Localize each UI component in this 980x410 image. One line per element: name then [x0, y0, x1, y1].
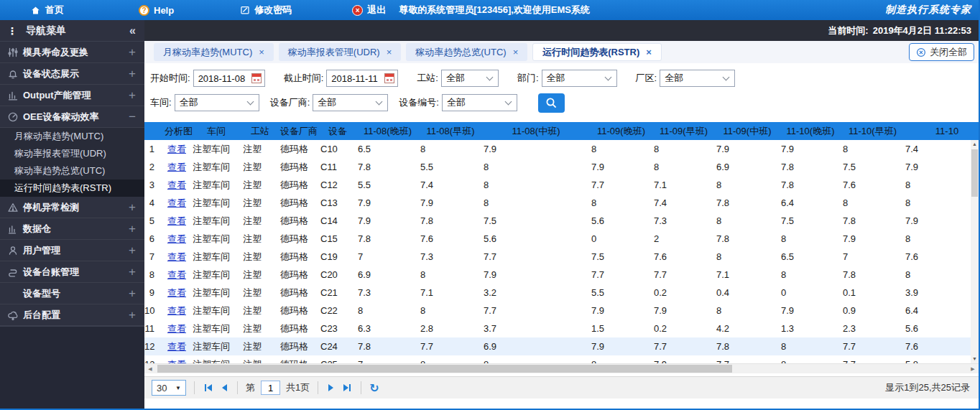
view-link[interactable]: 查看 — [166, 251, 191, 264]
table-row[interactable]: 5查看注塑车间注塑德玛格C147.97.87.55.67.387.57.87.9 — [144, 212, 979, 230]
table-row[interactable]: 8查看注塑车间注塑德玛格C206.987.97.77.77.187.88 — [144, 266, 979, 284]
view-link-text[interactable]: 查看 — [167, 180, 186, 190]
view-link[interactable]: 查看 — [166, 161, 191, 174]
view-link[interactable]: 查看 — [166, 304, 191, 317]
sidebar-item[interactable]: 设备状态展示+ — [0, 63, 144, 85]
view-link[interactable]: 查看 — [166, 269, 191, 281]
table-row[interactable]: 4查看注塑车间注塑德玛格C137.97.9887.47.86.488 — [144, 194, 979, 212]
end-time-input[interactable]: 2018-11-11 — [326, 70, 398, 87]
workshop-select[interactable]: 全部 — [175, 94, 259, 111]
table-row[interactable]: 2查看注塑车间注塑德玛格C117.85.587.986.97.87.57.9 — [144, 158, 979, 176]
factory-select[interactable]: 全部 — [660, 70, 735, 87]
view-link[interactable]: 查看 — [166, 322, 191, 335]
vertical-scroll-thumb[interactable] — [971, 149, 978, 197]
expand-toggle-icon[interactable]: + — [129, 201, 136, 213]
table-row[interactable]: 10查看注塑车间注塑德玛格C22887.77.97.987.90.96.4 — [144, 302, 979, 320]
view-link[interactable]: 查看 — [166, 233, 191, 246]
sidebar-item[interactable]: 设备型号+ — [0, 283, 144, 304]
department-select[interactable]: 全部 — [542, 70, 617, 87]
page-size-select[interactable]: 30 ▼ — [152, 380, 186, 396]
device-no-select[interactable]: 全部 — [442, 94, 517, 111]
tab-item[interactable]: 稼动率报表管理(UDR)× — [279, 43, 401, 61]
sidebar-item[interactable]: 数据仓+ — [0, 218, 144, 240]
next-page-button[interactable] — [326, 384, 336, 391]
sidebar-item[interactable]: 用户管理+ — [0, 240, 144, 261]
tab-close-icon[interactable]: × — [259, 47, 264, 57]
sidebar-item[interactable]: 设备台账管理+ — [0, 261, 144, 283]
home-button[interactable]: 首页 — [30, 4, 64, 17]
view-link[interactable]: 查看 — [166, 197, 191, 210]
tab-item[interactable]: 稼动率趋势总览(UTC)× — [406, 43, 527, 61]
expand-toggle-icon[interactable]: + — [129, 223, 136, 235]
view-link-text[interactable]: 查看 — [167, 287, 186, 298]
view-link-text[interactable]: 查看 — [167, 197, 186, 208]
expand-toggle-icon[interactable]: + — [129, 89, 136, 101]
expand-toggle-icon[interactable]: + — [129, 244, 136, 256]
table-row[interactable]: 7查看注塑车间注塑德玛格C1977.37.77.57.686.577.6 — [144, 248, 979, 266]
expand-toggle-icon[interactable]: + — [129, 46, 136, 58]
sidebar-item[interactable]: Output产能管理+ — [0, 85, 144, 106]
collapse-toggle-icon[interactable]: − — [129, 111, 136, 123]
table-row[interactable]: 6查看注塑车间注塑德玛格C157.87.65.6027.887.98 — [144, 230, 979, 248]
view-link[interactable]: 查看 — [166, 286, 191, 299]
view-link-text[interactable]: 查看 — [167, 144, 186, 154]
view-link-text[interactable]: 查看 — [167, 305, 186, 316]
scroll-down-arrow-icon[interactable]: ▼ — [971, 355, 979, 363]
scroll-right-arrow-icon[interactable]: ▶ — [967, 364, 979, 373]
sidebar-subitem[interactable]: 稼动率报表管理(UDR) — [0, 145, 144, 162]
view-link[interactable]: 查看 — [166, 340, 191, 353]
table-row[interactable]: 9查看注塑车间注塑德玛格C217.37.13.25.50.20.400.13.9 — [144, 284, 979, 302]
refresh-icon[interactable]: ↻ — [369, 381, 379, 395]
table-row[interactable]: 3查看注塑车间注塑德玛格C125.57.487.77.187.87.68 — [144, 176, 979, 194]
sidebar-collapse-icon[interactable]: « — [129, 24, 136, 37]
expand-toggle-icon[interactable]: + — [129, 266, 136, 278]
page-number-input[interactable] — [261, 381, 280, 395]
last-page-button[interactable] — [341, 384, 353, 391]
expand-toggle-icon[interactable]: + — [129, 287, 136, 299]
tab-item[interactable]: 月稼动率趋势(MUTC)× — [154, 43, 274, 61]
view-link-text[interactable]: 查看 — [167, 341, 186, 352]
scroll-left-arrow-icon[interactable]: ◀ — [144, 364, 156, 373]
help-button[interactable]: ? Help — [139, 5, 174, 16]
view-link[interactable]: 查看 — [166, 143, 191, 156]
horizontal-scroll-thumb[interactable] — [157, 365, 732, 373]
close-all-tabs-button[interactable]: 关闭全部 — [909, 43, 974, 61]
view-link-text[interactable]: 查看 — [167, 269, 186, 280]
sidebar-item[interactable]: OEE设备稼动效率− — [0, 106, 144, 128]
view-link-text[interactable]: 查看 — [167, 251, 186, 262]
sidebar-item[interactable]: 后台配置+ — [0, 304, 144, 326]
sidebar-subitem[interactable]: 运行时间趋势表(RSTR) — [0, 180, 144, 197]
sidebar-item[interactable]: 停机异常检测+ — [0, 197, 144, 218]
start-time-input[interactable]: 2018-11-08 — [193, 70, 265, 87]
sidebar-subitem[interactable]: 稼动率趋势总览(UTC) — [0, 162, 144, 180]
table-row[interactable]: 11查看注塑车间注塑德玛格C236.32.83.71.50.24.21.32.3… — [144, 320, 979, 337]
view-link-text[interactable]: 查看 — [167, 215, 186, 226]
search-button[interactable] — [538, 93, 565, 113]
vertical-scrollbar[interactable]: ▲▼ — [971, 140, 979, 363]
change-password-button[interactable]: 修改密码 — [240, 4, 292, 17]
view-link[interactable]: 查看 — [166, 179, 191, 192]
tab-active[interactable]: 运行时间趋势表(RSTR)× — [532, 43, 662, 61]
view-link[interactable]: 查看 — [166, 215, 191, 228]
sidebar-subitem[interactable]: 月稼动率趋势(MUTC) — [0, 128, 144, 145]
table-row[interactable]: 12查看注塑车间注塑德玛格C247.87.76.97.97.77.887.77.… — [144, 337, 979, 355]
horizontal-scrollbar[interactable]: ◀▶ — [144, 363, 979, 373]
expand-toggle-icon[interactable]: + — [129, 67, 136, 80]
logout-button[interactable]: × 退出 — [352, 4, 386, 17]
tab-close-icon[interactable]: × — [387, 47, 392, 57]
tab-close-icon[interactable]: × — [646, 47, 652, 57]
tab-close-icon[interactable]: × — [513, 47, 519, 57]
table-row[interactable]: 1查看注塑车间注塑德玛格C106.587.9887.97.987.4 — [144, 140, 979, 158]
first-page-button[interactable] — [203, 384, 214, 391]
view-link-text[interactable]: 查看 — [167, 162, 186, 172]
previous-page-button[interactable] — [220, 384, 229, 391]
vendor-select[interactable]: 全部 — [313, 94, 388, 111]
calendar-icon[interactable] — [251, 73, 262, 83]
station-select[interactable]: 全部 — [441, 70, 499, 87]
calendar-icon[interactable] — [384, 73, 394, 83]
expand-toggle-icon[interactable]: + — [129, 309, 136, 321]
scroll-up-arrow-icon[interactable]: ▲ — [971, 140, 979, 149]
sidebar-item[interactable]: 模具寿命及更换+ — [0, 42, 144, 63]
view-link-text[interactable]: 查看 — [167, 233, 186, 244]
view-link-text[interactable]: 查看 — [167, 323, 186, 334]
